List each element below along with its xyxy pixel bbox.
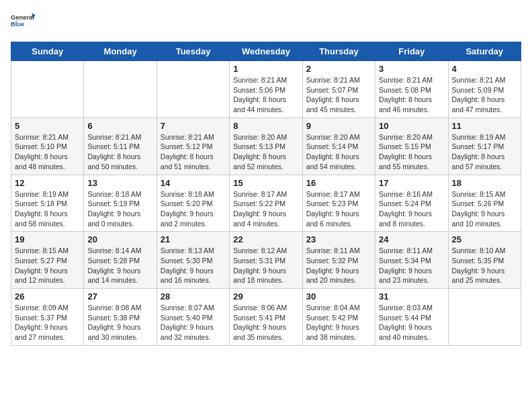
day-number: 31 [379,291,444,302]
page-header: General Blue [11,11,521,35]
week-row-5: 26Sunrise: 8:09 AMSunset: 5:37 PMDayligh… [11,289,521,346]
day-info: Sunrise: 8:21 AMSunset: 5:11 PMDaylight:… [87,132,152,172]
day-cell: 16Sunrise: 8:17 AMSunset: 5:23 PMDayligh… [302,175,375,232]
day-cell: 13Sunrise: 8:18 AMSunset: 5:19 PMDayligh… [84,175,157,232]
day-info: Sunrise: 8:06 AMSunset: 5:41 PMDaylight:… [233,303,298,342]
day-cell: 19Sunrise: 8:15 AMSunset: 5:27 PMDayligh… [11,232,84,289]
day-cell: 26Sunrise: 8:09 AMSunset: 5:37 PMDayligh… [11,289,84,346]
day-header-thursday: Thursday [302,42,375,61]
day-cell: 30Sunrise: 8:04 AMSunset: 5:42 PMDayligh… [302,289,375,346]
day-info: Sunrise: 8:21 AMSunset: 5:06 PMDaylight:… [233,75,298,115]
day-number: 23 [306,234,371,244]
day-info: Sunrise: 8:15 AMSunset: 5:27 PMDaylight:… [15,246,80,285]
day-info: Sunrise: 8:17 AMSunset: 5:22 PMDaylight:… [233,189,298,229]
day-number: 17 [379,178,444,188]
day-cell: 20Sunrise: 8:14 AMSunset: 5:28 PMDayligh… [84,232,157,289]
svg-text:Blue: Blue [11,21,24,28]
day-header-saturday: Saturday [448,42,521,61]
day-number: 6 [87,121,152,131]
day-number: 2 [306,64,371,74]
day-cell: 1Sunrise: 8:21 AMSunset: 5:06 PMDaylight… [230,61,302,118]
day-number: 9 [306,121,371,131]
week-row-3: 12Sunrise: 8:19 AMSunset: 5:18 PMDayligh… [11,175,521,232]
day-number: 19 [15,234,80,244]
day-info: Sunrise: 8:11 AMSunset: 5:32 PMDaylight:… [306,246,371,285]
day-number: 15 [233,178,298,188]
day-number: 7 [161,121,226,131]
day-cell: 7Sunrise: 8:21 AMSunset: 5:12 PMDaylight… [157,118,229,175]
day-cell: 8Sunrise: 8:20 AMSunset: 5:13 PMDaylight… [230,118,302,175]
day-number: 30 [306,291,371,302]
day-number: 21 [161,234,226,244]
day-info: Sunrise: 8:21 AMSunset: 5:12 PMDaylight:… [161,132,226,172]
day-cell: 2Sunrise: 8:21 AMSunset: 5:07 PMDaylight… [302,61,375,118]
day-info: Sunrise: 8:19 AMSunset: 5:17 PMDaylight:… [452,132,517,172]
day-cell: 4Sunrise: 8:21 AMSunset: 5:09 PMDaylight… [448,61,521,118]
day-number: 8 [233,121,298,131]
day-cell: 17Sunrise: 8:16 AMSunset: 5:24 PMDayligh… [375,175,448,232]
day-header-tuesday: Tuesday [157,42,229,61]
day-cell: 25Sunrise: 8:10 AMSunset: 5:35 PMDayligh… [448,232,521,289]
day-number: 3 [379,64,444,74]
day-number: 18 [452,178,517,188]
day-info: Sunrise: 8:16 AMSunset: 5:24 PMDaylight:… [379,189,444,229]
day-cell: 28Sunrise: 8:07 AMSunset: 5:40 PMDayligh… [157,289,229,346]
day-info: Sunrise: 8:21 AMSunset: 5:10 PMDaylight:… [15,132,80,172]
logo: General Blue [11,11,35,35]
day-info: Sunrise: 8:07 AMSunset: 5:40 PMDaylight:… [161,303,226,342]
day-header-sunday: Sunday [11,42,84,61]
day-cell: 10Sunrise: 8:20 AMSunset: 5:15 PMDayligh… [375,118,448,175]
day-number: 13 [87,178,152,188]
day-info: Sunrise: 8:17 AMSunset: 5:23 PMDaylight:… [306,189,371,229]
day-info: Sunrise: 8:09 AMSunset: 5:37 PMDaylight:… [15,303,80,342]
day-number: 11 [452,121,517,131]
day-cell: 11Sunrise: 8:19 AMSunset: 5:17 PMDayligh… [448,118,521,175]
svg-text:General: General [11,14,34,21]
day-cell [84,61,157,118]
day-info: Sunrise: 8:03 AMSunset: 5:44 PMDaylight:… [379,303,444,342]
day-cell [157,61,229,118]
day-info: Sunrise: 8:21 AMSunset: 5:08 PMDaylight:… [379,75,444,115]
day-cell [11,61,84,118]
day-number: 16 [306,178,371,188]
calendar-table: SundayMondayTuesdayWednesdayThursdayFrid… [11,42,521,346]
day-info: Sunrise: 8:12 AMSunset: 5:31 PMDaylight:… [233,246,298,285]
day-info: Sunrise: 8:11 AMSunset: 5:34 PMDaylight:… [379,246,444,285]
day-number: 28 [161,291,226,302]
week-row-4: 19Sunrise: 8:15 AMSunset: 5:27 PMDayligh… [11,232,521,289]
day-number: 14 [161,178,226,188]
day-number: 24 [379,234,444,244]
day-cell: 24Sunrise: 8:11 AMSunset: 5:34 PMDayligh… [375,232,448,289]
day-cell: 14Sunrise: 8:18 AMSunset: 5:20 PMDayligh… [157,175,229,232]
day-info: Sunrise: 8:19 AMSunset: 5:18 PMDaylight:… [15,189,80,229]
day-info: Sunrise: 8:20 AMSunset: 5:15 PMDaylight:… [379,132,444,172]
day-number: 1 [233,64,298,74]
day-number: 26 [15,291,80,302]
calendar-header-row: SundayMondayTuesdayWednesdayThursdayFrid… [11,42,521,61]
day-number: 20 [87,234,152,244]
day-info: Sunrise: 8:18 AMSunset: 5:19 PMDaylight:… [87,189,152,229]
day-number: 4 [452,64,517,74]
day-number: 29 [233,291,298,302]
day-info: Sunrise: 8:10 AMSunset: 5:35 PMDaylight:… [452,246,517,285]
day-number: 10 [379,121,444,131]
day-info: Sunrise: 8:14 AMSunset: 5:28 PMDaylight:… [87,246,152,285]
day-cell: 18Sunrise: 8:15 AMSunset: 5:26 PMDayligh… [448,175,521,232]
day-cell: 5Sunrise: 8:21 AMSunset: 5:10 PMDaylight… [11,118,84,175]
day-cell: 27Sunrise: 8:08 AMSunset: 5:38 PMDayligh… [84,289,157,346]
day-info: Sunrise: 8:13 AMSunset: 5:30 PMDaylight:… [161,246,226,285]
day-header-friday: Friday [375,42,448,61]
day-info: Sunrise: 8:18 AMSunset: 5:20 PMDaylight:… [161,189,226,229]
day-header-monday: Monday [84,42,157,61]
day-cell: 3Sunrise: 8:21 AMSunset: 5:08 PMDaylight… [375,61,448,118]
day-cell [448,289,521,346]
day-info: Sunrise: 8:21 AMSunset: 5:09 PMDaylight:… [452,75,517,115]
week-row-2: 5Sunrise: 8:21 AMSunset: 5:10 PMDaylight… [11,118,521,175]
day-cell: 15Sunrise: 8:17 AMSunset: 5:22 PMDayligh… [230,175,302,232]
day-number: 12 [15,178,80,188]
day-cell: 21Sunrise: 8:13 AMSunset: 5:30 PMDayligh… [157,232,229,289]
day-info: Sunrise: 8:08 AMSunset: 5:38 PMDaylight:… [87,303,152,342]
day-cell: 29Sunrise: 8:06 AMSunset: 5:41 PMDayligh… [230,289,302,346]
day-number: 5 [15,121,80,131]
day-cell: 31Sunrise: 8:03 AMSunset: 5:44 PMDayligh… [375,289,448,346]
